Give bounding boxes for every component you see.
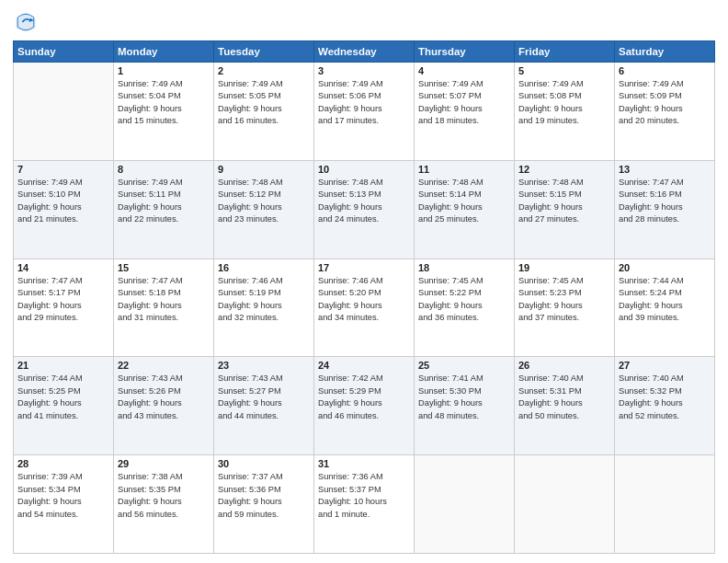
- weekday-header-sunday: Sunday: [14, 41, 114, 63]
- weekday-header-monday: Monday: [114, 41, 214, 63]
- day-number: 10: [318, 164, 410, 175]
- calendar-body: 1Sunrise: 7:49 AMSunset: 5:04 PMDaylight…: [14, 63, 715, 554]
- day-info: Sunrise: 7:42 AMSunset: 5:29 PMDaylight:…: [318, 373, 410, 422]
- calendar-cell: 6Sunrise: 7:49 AMSunset: 5:09 PMDaylight…: [615, 63, 715, 161]
- day-info: Sunrise: 7:49 AMSunset: 5:11 PMDaylight:…: [118, 177, 210, 226]
- calendar-cell: 17Sunrise: 7:46 AMSunset: 5:20 PMDayligh…: [314, 259, 415, 357]
- day-number: 14: [17, 262, 109, 273]
- day-info: Sunrise: 7:48 AMSunset: 5:14 PMDaylight:…: [418, 177, 510, 226]
- day-info: Sunrise: 7:40 AMSunset: 5:31 PMDaylight:…: [518, 373, 610, 422]
- day-number: 25: [418, 360, 510, 371]
- day-number: 5: [518, 65, 610, 76]
- day-info: Sunrise: 7:39 AMSunset: 5:34 PMDaylight:…: [17, 471, 109, 521]
- calendar-table: SundayMondayTuesdayWednesdayThursdayFrid…: [13, 40, 715, 554]
- day-number: 13: [619, 164, 711, 175]
- calendar-cell: 3Sunrise: 7:49 AMSunset: 5:06 PMDaylight…: [314, 63, 415, 161]
- calendar-cell: 20Sunrise: 7:44 AMSunset: 5:24 PMDayligh…: [615, 259, 715, 357]
- calendar-cell: 9Sunrise: 7:48 AMSunset: 5:12 PMDaylight…: [214, 160, 314, 259]
- day-info: Sunrise: 7:49 AMSunset: 5:05 PMDaylight:…: [218, 78, 310, 128]
- weekday-header-saturday: Saturday: [615, 41, 715, 63]
- day-number: 15: [118, 262, 210, 273]
- calendar-cell: 19Sunrise: 7:45 AMSunset: 5:23 PMDayligh…: [515, 259, 615, 357]
- svg-marker-0: [17, 13, 36, 32]
- calendar-cell: 8Sunrise: 7:49 AMSunset: 5:11 PMDaylight…: [114, 160, 214, 259]
- calendar-cell: 5Sunrise: 7:49 AMSunset: 5:08 PMDaylight…: [515, 63, 615, 161]
- calendar-cell: 4Sunrise: 7:49 AMSunset: 5:07 PMDaylight…: [415, 63, 515, 161]
- calendar-week-4: 28Sunrise: 7:39 AMSunset: 5:34 PMDayligh…: [14, 455, 715, 554]
- weekday-header-tuesday: Tuesday: [214, 41, 314, 63]
- calendar-cell: 14Sunrise: 7:47 AMSunset: 5:17 PMDayligh…: [14, 259, 114, 357]
- calendar-cell: [14, 63, 114, 161]
- day-number: 31: [318, 458, 410, 469]
- day-number: 8: [118, 164, 210, 175]
- day-info: Sunrise: 7:37 AMSunset: 5:36 PMDaylight:…: [218, 471, 310, 521]
- weekday-header-thursday: Thursday: [415, 41, 515, 63]
- day-info: Sunrise: 7:48 AMSunset: 5:12 PMDaylight:…: [218, 177, 310, 226]
- calendar-cell: 7Sunrise: 7:49 AMSunset: 5:10 PMDaylight…: [14, 160, 114, 259]
- calendar-cell: [515, 455, 615, 554]
- day-number: 30: [218, 458, 310, 469]
- calendar-cell: 16Sunrise: 7:46 AMSunset: 5:19 PMDayligh…: [214, 259, 314, 357]
- calendar-cell: 11Sunrise: 7:48 AMSunset: 5:14 PMDayligh…: [415, 160, 515, 259]
- day-number: 16: [218, 262, 310, 273]
- day-number: 24: [318, 360, 410, 371]
- day-info: Sunrise: 7:49 AMSunset: 5:04 PMDaylight:…: [118, 78, 210, 128]
- day-number: 1: [118, 65, 210, 76]
- day-info: Sunrise: 7:49 AMSunset: 5:08 PMDaylight:…: [518, 78, 610, 128]
- day-number: 12: [518, 164, 610, 175]
- weekday-header-friday: Friday: [515, 41, 615, 63]
- calendar-cell: 21Sunrise: 7:44 AMSunset: 5:25 PMDayligh…: [14, 357, 114, 455]
- calendar-cell: 31Sunrise: 7:36 AMSunset: 5:37 PMDayligh…: [314, 455, 415, 554]
- calendar-cell: 29Sunrise: 7:38 AMSunset: 5:35 PMDayligh…: [114, 455, 214, 554]
- calendar-cell: 22Sunrise: 7:43 AMSunset: 5:26 PMDayligh…: [114, 357, 214, 455]
- day-info: Sunrise: 7:47 AMSunset: 5:18 PMDaylight:…: [118, 275, 210, 325]
- calendar-cell: 30Sunrise: 7:37 AMSunset: 5:36 PMDayligh…: [214, 455, 314, 554]
- calendar-cell: 27Sunrise: 7:40 AMSunset: 5:32 PMDayligh…: [615, 357, 715, 455]
- day-info: Sunrise: 7:47 AMSunset: 5:17 PMDaylight:…: [17, 275, 109, 325]
- calendar-cell: 10Sunrise: 7:48 AMSunset: 5:13 PMDayligh…: [314, 160, 415, 259]
- day-number: 20: [619, 262, 711, 273]
- day-info: Sunrise: 7:49 AMSunset: 5:06 PMDaylight:…: [318, 78, 410, 128]
- weekday-row: SundayMondayTuesdayWednesdayThursdayFrid…: [14, 41, 715, 63]
- day-info: Sunrise: 7:46 AMSunset: 5:19 PMDaylight:…: [218, 275, 310, 325]
- day-info: Sunrise: 7:49 AMSunset: 5:10 PMDaylight:…: [17, 177, 109, 226]
- calendar-cell: 24Sunrise: 7:42 AMSunset: 5:29 PMDayligh…: [314, 357, 415, 455]
- day-number: 3: [318, 65, 410, 76]
- calendar-cell: 12Sunrise: 7:48 AMSunset: 5:15 PMDayligh…: [515, 160, 615, 259]
- day-number: 11: [418, 164, 510, 175]
- day-number: 19: [518, 262, 610, 273]
- day-info: Sunrise: 7:48 AMSunset: 5:15 PMDaylight:…: [518, 177, 610, 226]
- day-info: Sunrise: 7:49 AMSunset: 5:09 PMDaylight:…: [619, 78, 711, 128]
- day-info: Sunrise: 7:46 AMSunset: 5:20 PMDaylight:…: [318, 275, 410, 325]
- day-number: 7: [17, 164, 109, 175]
- day-info: Sunrise: 7:41 AMSunset: 5:30 PMDaylight:…: [418, 373, 510, 422]
- calendar-cell: 15Sunrise: 7:47 AMSunset: 5:18 PMDayligh…: [114, 259, 214, 357]
- day-number: 22: [118, 360, 210, 371]
- calendar-cell: 1Sunrise: 7:49 AMSunset: 5:04 PMDaylight…: [114, 63, 214, 161]
- calendar-cell: 28Sunrise: 7:39 AMSunset: 5:34 PMDayligh…: [14, 455, 114, 554]
- day-number: 23: [218, 360, 310, 371]
- calendar-week-3: 21Sunrise: 7:44 AMSunset: 5:25 PMDayligh…: [14, 357, 715, 455]
- day-info: Sunrise: 7:47 AMSunset: 5:16 PMDaylight:…: [619, 177, 711, 226]
- day-number: 4: [418, 65, 510, 76]
- day-number: 27: [619, 360, 711, 371]
- calendar-week-2: 14Sunrise: 7:47 AMSunset: 5:17 PMDayligh…: [14, 259, 715, 357]
- calendar-cell: 23Sunrise: 7:43 AMSunset: 5:27 PMDayligh…: [214, 357, 314, 455]
- day-number: 29: [118, 458, 210, 469]
- day-number: 9: [218, 164, 310, 175]
- calendar-week-1: 7Sunrise: 7:49 AMSunset: 5:10 PMDaylight…: [14, 160, 715, 259]
- page: SundayMondayTuesdayWednesdayThursdayFrid…: [0, 0, 728, 563]
- calendar-cell: 25Sunrise: 7:41 AMSunset: 5:30 PMDayligh…: [415, 357, 515, 455]
- day-number: 26: [518, 360, 610, 371]
- day-info: Sunrise: 7:49 AMSunset: 5:07 PMDaylight:…: [418, 78, 510, 128]
- day-number: 2: [218, 65, 310, 76]
- day-number: 6: [619, 65, 711, 76]
- calendar-cell: [615, 455, 715, 554]
- day-info: Sunrise: 7:38 AMSunset: 5:35 PMDaylight:…: [118, 471, 210, 521]
- day-number: 28: [17, 458, 109, 469]
- calendar-cell: 13Sunrise: 7:47 AMSunset: 5:16 PMDayligh…: [615, 160, 715, 259]
- calendar-cell: 26Sunrise: 7:40 AMSunset: 5:31 PMDayligh…: [515, 357, 615, 455]
- day-info: Sunrise: 7:44 AMSunset: 5:25 PMDaylight:…: [17, 373, 109, 422]
- day-info: Sunrise: 7:45 AMSunset: 5:22 PMDaylight:…: [418, 275, 510, 325]
- day-info: Sunrise: 7:36 AMSunset: 5:37 PMDaylight:…: [318, 471, 410, 521]
